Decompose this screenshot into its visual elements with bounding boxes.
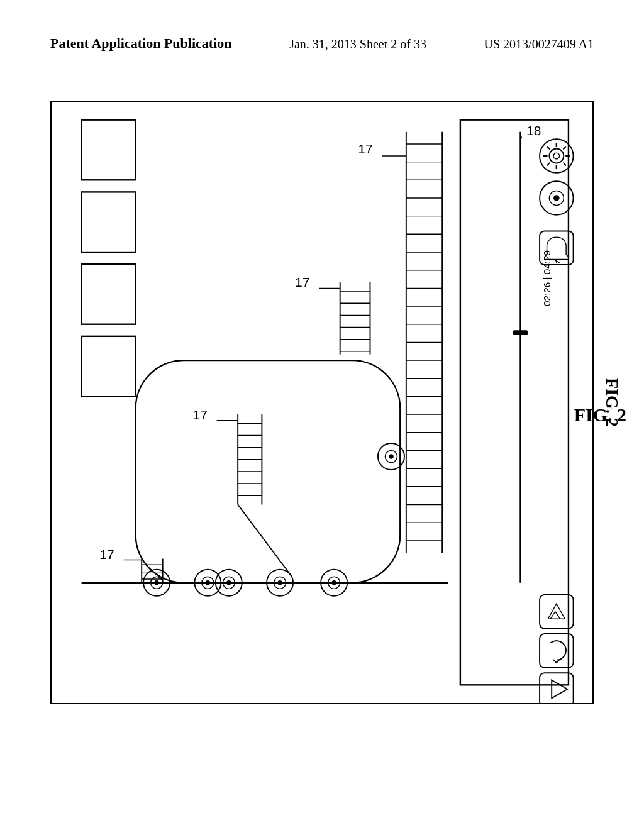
svg-point-105 xyxy=(389,454,394,459)
svg-rect-0 xyxy=(82,120,136,180)
svg-text:17: 17 xyxy=(295,275,309,289)
svg-point-90 xyxy=(553,195,560,201)
patent-number: US 2013/0027409 A1 xyxy=(484,35,594,53)
svg-point-69 xyxy=(226,580,231,585)
svg-line-85 xyxy=(563,163,566,166)
svg-rect-2 xyxy=(82,264,136,324)
svg-point-63 xyxy=(154,580,159,585)
svg-rect-4 xyxy=(136,360,401,583)
svg-text:18: 18 xyxy=(526,123,541,138)
svg-line-86 xyxy=(563,147,566,150)
svg-point-78 xyxy=(549,149,564,163)
svg-rect-96 xyxy=(513,330,528,335)
svg-rect-1 xyxy=(82,192,136,252)
svg-text:17: 17 xyxy=(99,547,114,562)
svg-point-75 xyxy=(331,580,336,585)
diagram-svg: 17 17 17 17 xyxy=(52,102,592,703)
svg-point-72 xyxy=(277,580,282,585)
svg-point-79 xyxy=(553,153,560,159)
svg-text:02:26 | 04:29: 02:26 | 04:29 xyxy=(541,250,552,306)
publication-title: Patent Application Publication xyxy=(50,35,231,53)
figure-container: 17 17 17 17 xyxy=(50,101,594,704)
svg-point-66 xyxy=(206,580,211,585)
page-header: Patent Application Publication Jan. 31, … xyxy=(0,35,644,53)
ref-17-top: 17 xyxy=(358,141,372,156)
svg-line-50 xyxy=(238,505,292,577)
svg-rect-3 xyxy=(82,336,136,397)
svg-marker-102 xyxy=(552,680,567,699)
svg-line-84 xyxy=(547,147,550,150)
svg-line-87 xyxy=(547,163,550,166)
svg-rect-76 xyxy=(460,120,569,685)
svg-text:17: 17 xyxy=(192,407,207,422)
fig-label-outside: FIG. 2 xyxy=(574,404,626,426)
sheet-info: Jan. 31, 2013 Sheet 2 of 33 xyxy=(289,35,426,53)
